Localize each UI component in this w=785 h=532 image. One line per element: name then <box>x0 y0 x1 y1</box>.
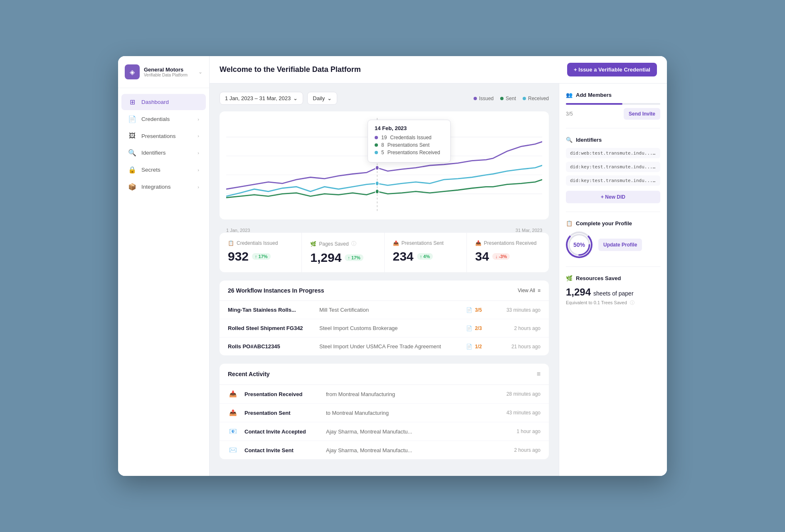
tooltip-issued: 19 Credentials Issued <box>375 135 444 140</box>
issued-dot <box>375 136 378 139</box>
page-title: Welcome to the Verifiable Data Platform <box>220 65 361 74</box>
sidebar-item-dashboard[interactable]: ⊞ Dashboard <box>121 94 206 110</box>
sidebar-item-secrets[interactable]: 🔒 Secrets › <box>121 162 206 178</box>
chevron-right-icon: › <box>197 167 199 172</box>
members-count: 3/5 <box>566 111 573 117</box>
contact-accepted-icon: 📧 <box>228 428 238 435</box>
divider <box>566 128 660 128</box>
stat-pages-saved: 🌿 Pages Saved ⓘ 1,294 ↑ 17% <box>302 233 384 272</box>
dashboard-icon: ⊞ <box>128 98 136 106</box>
received-dot <box>375 151 378 154</box>
progress-badge: 📄 3/5 <box>457 307 491 313</box>
chart-x-labels: 1 Jan, 2023 31 Mar, 2023 <box>220 228 549 233</box>
main-area: Welcome to the Verifiable Data Platform … <box>210 56 667 476</box>
sidebar-item-credentials[interactable]: 📄 Credentials › <box>121 111 206 127</box>
issue-credential-button[interactable]: + Issue a Verifiable Credential <box>567 63 657 76</box>
stat-credentials-issued: 📋 Credentials Issued 932 ↑ 17% <box>220 233 302 272</box>
sidebar-item-presentations[interactable]: 🖼 Presentations › <box>121 128 206 144</box>
activity-section: Recent Activity ≡ 📥 Presentation Receive… <box>220 364 549 459</box>
chevron-right-icon: › <box>197 133 199 138</box>
svg-point-5 <box>375 165 379 170</box>
integrations-icon: 📦 <box>128 183 136 191</box>
did-item: did:web:test.transmute.indu...Y7gjau <box>566 148 660 158</box>
add-members-section: 👥 Add Members 3/5 Send Invite <box>566 92 660 120</box>
sent-dot <box>500 97 504 100</box>
stat-presentations-sent: 📤 Presentations Sent 234 ↑ 4% <box>385 233 467 272</box>
members-progress-bar <box>566 103 660 105</box>
legend-issued: Issued <box>474 96 494 101</box>
profile-section: 📋 Complete your Profile 50% Update Profi… <box>566 220 660 258</box>
list-item: 📧 Contact Invite Accepted Ajay Sharma, M… <box>220 422 549 441</box>
credentials-icon: 📄 <box>128 115 136 123</box>
main-content: 1 Jan, 2023 – 31 Mar, 2023 ⌄ Daily ⌄ Iss… <box>210 84 559 476</box>
date-range-picker[interactable]: 1 Jan, 2023 – 31 Mar, 2023 ⌄ <box>220 92 303 105</box>
progress-badge: 📄 2/3 <box>457 325 491 331</box>
status-badge: ↑ 17% <box>252 253 271 260</box>
contact-sent-icon: ✉️ <box>228 446 238 454</box>
received-icon: 📥 <box>475 240 481 246</box>
chevron-down-icon: ⌄ <box>327 95 332 101</box>
activity-header: Recent Activity ≡ <box>220 364 549 385</box>
pages-icon: 🌿 <box>310 241 316 247</box>
profile-circle: 50% <box>566 232 592 258</box>
logo-text: General Motors Verifiable Data Platform <box>144 66 194 77</box>
did-list: did:web:test.transmute.indu...Y7gjau did… <box>566 148 660 186</box>
logo-icon: ◈ <box>125 64 140 79</box>
credentials-icon: 📋 <box>228 240 234 246</box>
chart-controls: 1 Jan, 2023 – 31 Mar, 2023 ⌄ Daily ⌄ Iss… <box>220 92 549 105</box>
sidebar-item-integrations[interactable]: 📦 Integrations › <box>121 179 206 195</box>
members-progress-fill <box>566 103 622 105</box>
stats-row: 📋 Credentials Issued 932 ↑ 17% 🌿 Pages S… <box>220 233 549 272</box>
secrets-icon: 🔒 <box>128 166 136 174</box>
sidebar-nav: ⊞ Dashboard 📄 Credentials › 🖼 Presentati… <box>118 88 209 201</box>
did-item: did:key:test.transmute.indu...hxj7SA <box>566 175 660 186</box>
chevron-right-icon: › <box>197 117 199 122</box>
tooltip-received: 5 Presentations Received <box>375 150 444 155</box>
table-row: Rolls PO#ABC12345 Steel Import Under USM… <box>220 337 549 355</box>
sidebar: ◈ General Motors Verifiable Data Platfor… <box>118 56 210 476</box>
chevron-down-icon: ⌄ <box>198 69 202 75</box>
send-invite-button[interactable]: Send Invite <box>624 108 660 120</box>
table-row: Ming-Tan Stainless Rolls... Mill Test Ce… <box>220 301 549 319</box>
did-item: did:key:test.transmute.indu...bHas6s <box>566 162 660 172</box>
status-badge: ↑ 17% <box>345 254 363 261</box>
list-item: 📤 Presentation Sent to Montreal Manufact… <box>220 404 549 422</box>
document-icon: 📄 <box>466 325 472 331</box>
identifiers-section: 🔍 Identifiers did:web:test.transmute.ind… <box>566 137 660 203</box>
received-dot <box>523 97 526 100</box>
list-item: 📥 Presentation Received from Montreal Ma… <box>220 385 549 404</box>
presentation-sent-icon: 📤 <box>228 409 238 416</box>
status-badge: ↓ -3% <box>492 253 510 260</box>
chart-legend: Issued Sent Received <box>474 96 549 101</box>
filter-icon[interactable]: ≡ <box>537 370 541 378</box>
issued-dot <box>474 97 477 100</box>
new-did-button[interactable]: + New DID <box>566 191 660 203</box>
document-icon: 📄 <box>466 344 472 350</box>
resources-section: 🌿 Resources Saved 1,294 sheets of paper … <box>566 275 660 306</box>
document-icon: 📄 <box>466 307 472 313</box>
update-profile-button[interactable]: Update Profile <box>598 239 642 251</box>
members-row: 3/5 Send Invite <box>566 108 660 120</box>
divider <box>566 266 660 267</box>
sidebar-item-identifiers[interactable]: 🔍 Identifiers › <box>121 145 206 161</box>
resources-sub: Equivalent to 0.1 Trees Saved ⓘ <box>566 300 660 306</box>
divider <box>566 212 660 212</box>
legend-received: Received <box>523 96 549 101</box>
presentations-icon: 🖼 <box>128 132 136 140</box>
progress-badge: 📄 1/2 <box>457 344 491 350</box>
info-icon: ⓘ <box>351 240 356 247</box>
identifiers-panel-icon: 🔍 <box>566 137 573 143</box>
sidebar-logo[interactable]: ◈ General Motors Verifiable Data Platfor… <box>118 56 209 88</box>
info-icon: ⓘ <box>630 300 634 305</box>
legend-sent: Sent <box>500 96 516 101</box>
chevron-down-icon: ⌄ <box>293 95 298 101</box>
right-panel: 👥 Add Members 3/5 Send Invite 🔍 <box>559 84 667 476</box>
period-picker[interactable]: Daily ⌄ <box>307 92 337 105</box>
tooltip-sent: 8 Presentations Sent <box>375 142 444 148</box>
identifiers-icon: 🔍 <box>128 149 136 157</box>
view-all-button[interactable]: View All ≡ <box>518 288 541 293</box>
chevron-right-icon: › <box>197 185 199 190</box>
workflow-section: 26 Workflow Instances In Progress View A… <box>220 281 549 355</box>
members-icon: 👥 <box>566 92 573 98</box>
resources-icon: 🌿 <box>566 275 573 281</box>
